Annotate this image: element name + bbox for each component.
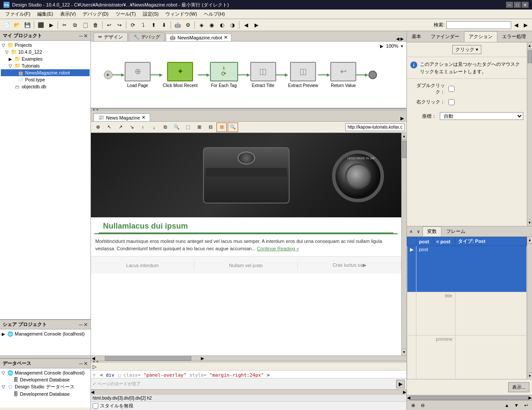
menu-tools[interactable]: ツール(T) bbox=[112, 10, 139, 18]
search-input[interactable] bbox=[446, 21, 511, 29]
wf-node-click-most-recent[interactable]: ✦ Click Most Recent bbox=[163, 62, 198, 88]
var-expand-btn[interactable]: ∨ bbox=[415, 228, 422, 235]
tb-misc4[interactable]: ◑ bbox=[228, 20, 237, 30]
tb-misc2[interactable]: ◉ bbox=[207, 20, 216, 30]
thumb-3[interactable]: Cras luctus sa▶ bbox=[298, 261, 401, 270]
tb-open[interactable]: 📂 bbox=[12, 20, 22, 30]
browser-btn-copy2[interactable]: ⊟ bbox=[205, 123, 216, 132]
var-return-btn[interactable]: ↩ bbox=[522, 401, 530, 409]
tb-prev[interactable]: ◀ bbox=[241, 20, 251, 30]
continue-reading-link[interactable]: Continue Reading » bbox=[257, 246, 299, 251]
tb-robot[interactable]: 🤖 bbox=[173, 20, 182, 30]
action-dropdown[interactable]: クリック ▾ bbox=[452, 45, 481, 54]
wf-box-return-value[interactable]: ↩ bbox=[330, 62, 356, 81]
html-scroll-right[interactable]: ▶ bbox=[403, 390, 406, 394]
db-close[interactable]: ✕ bbox=[84, 361, 88, 367]
browser-btn-frame[interactable]: ⬚ bbox=[183, 123, 193, 132]
var-tab-variables[interactable]: 変数 bbox=[422, 226, 442, 236]
tab-nav-next[interactable]: ▶ bbox=[400, 36, 404, 41]
menu-view[interactable]: 表示(V) bbox=[57, 10, 80, 18]
thumb-2[interactable]: Nullam vel justo bbox=[194, 261, 298, 270]
zoom-arrow-left[interactable]: ▶ bbox=[380, 44, 384, 48]
right-scroll-up[interactable]: ▲ bbox=[527, 42, 532, 49]
expand-icon[interactable]: ▽ bbox=[2, 371, 7, 375]
wf-box-extract-title[interactable]: ◫ bbox=[250, 62, 276, 81]
coord-select[interactable]: 自動 bbox=[440, 112, 523, 120]
browser-btn-5[interactable]: ↑ bbox=[138, 123, 148, 132]
browser-btn-orange2[interactable]: 🔍 bbox=[228, 123, 238, 132]
tree-mgmt-console[interactable]: ▶ 🌐 Management Console (localhost) bbox=[1, 330, 90, 337]
tb-step3[interactable]: ⬇ bbox=[159, 20, 169, 30]
search-prev[interactable]: ◀ bbox=[511, 20, 521, 30]
tab-nav-prev[interactable]: ◀ bbox=[396, 36, 400, 41]
var-remove-btn[interactable]: ⊖ bbox=[418, 401, 427, 409]
tb-refresh[interactable]: ⟳ bbox=[128, 20, 138, 30]
browser-url-input[interactable] bbox=[345, 123, 405, 131]
tree-objectdb[interactable]: 🗃 objectdb.db bbox=[1, 83, 90, 90]
expand-icon[interactable]: ▶ bbox=[9, 57, 14, 61]
browser-btn-3[interactable]: ↗ bbox=[115, 123, 126, 132]
tb-stop[interactable]: ⬛ bbox=[36, 20, 45, 30]
var-row-post[interactable]: ▶ post bbox=[407, 246, 527, 292]
var-expand-icon[interactable]: ▶ bbox=[410, 247, 413, 252]
tb-step[interactable]: ⤵ bbox=[139, 20, 148, 30]
browser-tab-news[interactable]: 📰 News Magazine ✕ bbox=[94, 113, 150, 121]
wf-box-load-page[interactable]: ⊕ bbox=[125, 62, 151, 81]
tree-examples[interactable]: ▶ 📁 Examples bbox=[1, 55, 90, 62]
zoom-dropdown-icon[interactable]: ▾ bbox=[401, 44, 403, 48]
browser-btn-copy[interactable]: ⧉ bbox=[160, 123, 171, 132]
show-button[interactable]: 表示... bbox=[508, 382, 529, 392]
menu-window[interactable]: ウィンドウ(W) bbox=[162, 10, 200, 18]
tb-copy[interactable]: ⧉ bbox=[70, 20, 80, 30]
tb-robot2[interactable]: ⚙ bbox=[183, 20, 193, 30]
tree-dev-db1[interactable]: 🗄 Development Database bbox=[1, 376, 90, 383]
tb-misc3[interactable]: ◐ bbox=[217, 20, 227, 30]
thumb-1[interactable]: Lacus interdum bbox=[91, 261, 194, 270]
scroll-right-btn[interactable]: ▶ bbox=[200, 356, 205, 361]
browser-btn-6[interactable]: ↓ bbox=[149, 123, 159, 132]
wf-box-for-each-tag[interactable]: 1 ⟳ bbox=[210, 62, 238, 81]
tb-misc1[interactable]: ◈ bbox=[197, 20, 206, 30]
tree-projects[interactable]: ▽ 📁 Projects bbox=[1, 42, 90, 48]
browser-btn-search[interactable]: 🔍 bbox=[171, 123, 182, 132]
expand-icon[interactable]: ▽ bbox=[2, 43, 7, 48]
menu-help[interactable]: ヘルプ(H) bbox=[200, 10, 228, 18]
expand-icon[interactable]: ▶ bbox=[2, 332, 7, 336]
minimize-button[interactable]: ─ bbox=[506, 2, 513, 8]
var-preview-value[interactable] bbox=[455, 336, 527, 379]
share-minimize[interactable]: ─ bbox=[79, 322, 83, 328]
scrollbar-down-btn[interactable]: ▼ bbox=[402, 349, 406, 355]
var-up-btn[interactable]: ▲ bbox=[503, 401, 511, 409]
scroll-thumb-h[interactable] bbox=[105, 356, 191, 361]
tb-undo[interactable]: ↩ bbox=[104, 20, 114, 30]
right-scroll-thumb[interactable] bbox=[528, 50, 532, 63]
tab-close-icon[interactable]: ✕ bbox=[224, 35, 228, 40]
var-add-btn[interactable]: ⊕ bbox=[409, 401, 417, 409]
tab-finder[interactable]: ファインダー bbox=[426, 31, 464, 42]
right-scroll-down[interactable]: ▼ bbox=[527, 219, 532, 226]
tree-newsmagazine[interactable]: 🤖 NewsMagazine.robot bbox=[1, 69, 90, 76]
scrollbar-up-btn[interactable]: ▲ bbox=[402, 133, 406, 140]
tab-file[interactable]: 🤖 NewsMagazine.robot ✕ bbox=[166, 33, 232, 41]
browser-btn-orange[interactable]: ⊠ bbox=[216, 123, 227, 132]
wf-box-extract-preview[interactable]: ◫ bbox=[290, 62, 316, 81]
tree-tutorials[interactable]: ▽ 📁 Tutorials bbox=[1, 62, 90, 69]
tb-new[interactable]: 📄 bbox=[2, 20, 11, 30]
browser-btn-add[interactable]: ⊞ bbox=[194, 123, 204, 132]
tb-step2[interactable]: ⬆ bbox=[149, 20, 158, 30]
wf-node-extract-title[interactable]: ◫ Extract Title bbox=[250, 62, 276, 88]
search-next[interactable]: ▶ bbox=[521, 20, 530, 30]
tab-design[interactable]: ✏ デザイン bbox=[94, 32, 128, 41]
var-scroll-up[interactable]: ▲ bbox=[527, 237, 532, 244]
menu-file[interactable]: ファイル(F) bbox=[2, 10, 34, 18]
tab-basic[interactable]: 基本 bbox=[407, 31, 426, 42]
var-hscroll-left[interactable]: ◀ bbox=[407, 395, 410, 400]
html-scroll-left[interactable]: ◀ bbox=[91, 390, 94, 394]
browser-btn-1[interactable]: ⊕ bbox=[93, 123, 103, 132]
var-collapse-btn[interactable]: ∧ bbox=[408, 228, 414, 235]
expand-icon[interactable]: ▽ bbox=[2, 384, 7, 389]
tb-next[interactable]: ▶ bbox=[251, 20, 261, 30]
var-preview-input[interactable] bbox=[458, 336, 524, 342]
expand-icon[interactable]: ▽ bbox=[5, 50, 10, 55]
var-title-value[interactable] bbox=[455, 292, 527, 336]
